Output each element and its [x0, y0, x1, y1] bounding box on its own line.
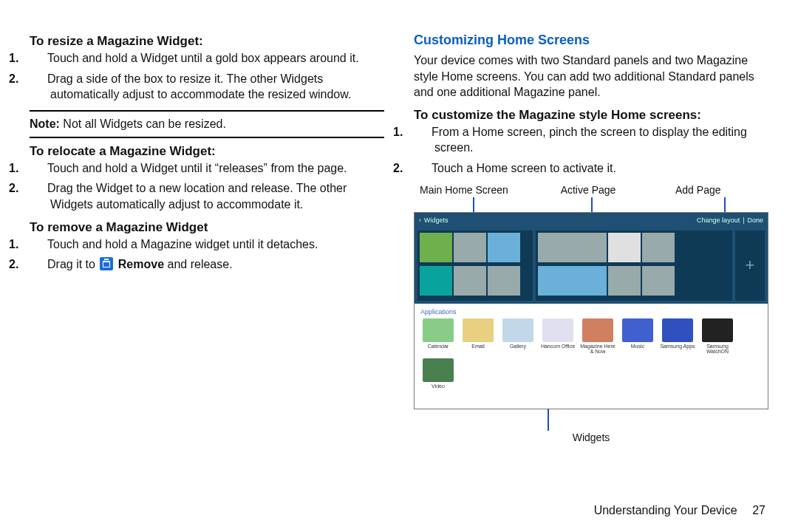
remove-label: Remove: [118, 258, 164, 270]
app-item: Magazine Here & Now: [580, 318, 615, 354]
tile: [454, 266, 486, 296]
callout-widgets: Widgets: [414, 432, 768, 443]
app-item: Hancom Office: [540, 318, 576, 354]
tile: [538, 266, 607, 296]
panel-row: +: [415, 228, 768, 304]
app-item: Calendar: [420, 318, 456, 354]
topbar-title: Widgets: [424, 216, 449, 224]
app-item: Email: [460, 318, 496, 354]
tile: [420, 266, 452, 296]
intro-text: Your device comes with two Standard pane…: [414, 52, 768, 100]
app-icon: [423, 318, 454, 342]
app-icon: [622, 318, 653, 342]
app-icon: [542, 318, 573, 342]
list-text: Drag the Widget to a new location and re…: [47, 182, 347, 211]
apps-area: Applications Calendar Email Gallery Hanc…: [415, 304, 768, 393]
tile: [608, 266, 641, 296]
device-screenshot: ‹ Widgets Change layout | Done: [414, 212, 768, 409]
list-item: 1.From a Home screen, pinch the screen t…: [414, 124, 768, 156]
app-label: Gallery: [510, 344, 526, 349]
heading-remove: To remove a Magazine Widget: [30, 220, 384, 235]
footer-section: Understanding Your Device: [594, 504, 737, 516]
back-icon: ‹: [419, 216, 421, 224]
list-item: 2.Drag a side of the box to resize it. T…: [30, 71, 384, 103]
tile: [642, 233, 675, 262]
list-text: From a Home screen, pinch the screen to …: [432, 126, 747, 154]
tile: [420, 233, 452, 262]
divider: [30, 110, 384, 112]
device-topbar: ‹ Widgets Change layout | Done: [415, 213, 768, 228]
page-footer: Understanding Your Device 27: [594, 504, 765, 517]
list-item: 2.Drag it to Remove and release.: [30, 256, 384, 273]
tile: [538, 233, 607, 262]
app-icon: [582, 318, 613, 342]
note-text: Not all Widgets can be resized.: [60, 117, 226, 130]
list-item: 2.Touch a Home screen to activate it.: [414, 160, 768, 177]
list-text: Touch and hold a Magazine widget until i…: [47, 238, 318, 250]
panel-active: [536, 231, 732, 301]
app-label: Samsung Apps: [660, 344, 695, 349]
app-icon: [423, 358, 454, 382]
app-label: Music: [631, 344, 644, 349]
apps-heading: Applications: [420, 308, 762, 316]
tile: [608, 233, 641, 262]
heading-resize: To resize a Magazine Widget:: [30, 34, 384, 49]
list-remove: 1.Touch and hold a Magazine widget until…: [30, 236, 384, 273]
app-icon: [463, 318, 494, 342]
app-label: Calendar: [428, 344, 449, 349]
list-resize: 1.Touch and hold a Widget until a gold b…: [30, 50, 384, 103]
trash-icon: [100, 257, 113, 270]
list-item: 2.Drag the Widget to a new location and …: [30, 180, 384, 212]
tile: [642, 266, 675, 296]
topbar-done: Done: [747, 216, 763, 224]
app-icon: [502, 318, 533, 342]
footer-page-number: 27: [740, 504, 765, 517]
app-item: Gallery: [500, 318, 536, 354]
panel-add: +: [735, 231, 765, 301]
plus-icon: +: [746, 256, 755, 275]
app-label: Hancom Office: [541, 344, 575, 349]
app-label: Samsung WatchON: [700, 344, 735, 354]
heading-customizing: Customizing Home Screens: [414, 33, 768, 48]
app-item: Video: [420, 358, 456, 389]
list-text: Touch and hold a Widget until it “releas…: [47, 162, 347, 174]
heading-relocate: To relocate a Magazine Widget:: [30, 144, 384, 159]
list-relocate: 1.Touch and hold a Widget until it “rele…: [30, 160, 384, 213]
note: Note: Not all Widgets can be resized.: [30, 117, 384, 131]
list-item: 1.Touch and hold a Widget until it “rele…: [30, 160, 384, 177]
app-item: Samsung Apps: [660, 318, 695, 354]
app-label: Video: [432, 383, 445, 389]
divider: [30, 137, 384, 138]
list-item: 1.Touch and hold a Widget until a gold b…: [30, 50, 384, 66]
panel-main-home: [417, 231, 533, 301]
app-label: Magazine Here & Now: [580, 344, 615, 354]
tile: [488, 233, 520, 262]
heading-customize-steps: To customize the Magazine style Home scr…: [414, 108, 768, 123]
divider: |: [743, 216, 744, 224]
list-text: Touch and hold a Widget until a gold box…: [47, 52, 359, 64]
callout-main-home: Main Home Screen: [420, 184, 531, 196]
list-text-post: and release.: [164, 258, 233, 270]
app-item: Music: [620, 318, 655, 354]
leader-line: [548, 409, 549, 431]
list-customize: 1.From a Home screen, pinch the screen t…: [414, 124, 768, 177]
tile: [488, 266, 520, 296]
callout-active-page: Active Page: [536, 184, 640, 196]
app-icon: [702, 318, 733, 342]
app-item: Samsung WatchON: [700, 318, 735, 354]
app-label: Email: [471, 344, 485, 349]
diagram: Main Home Screen Active Page Add Page ‹ …: [414, 184, 768, 443]
list-item: 1.Touch and hold a Magazine widget until…: [30, 236, 384, 253]
list-text: Touch a Home screen to activate it.: [432, 162, 616, 174]
topbar-change-layout: Change layout: [697, 216, 740, 224]
list-text-pre: Drag it to: [47, 258, 98, 270]
callout-add-page: Add Page: [646, 184, 768, 196]
app-icon: [662, 318, 693, 342]
list-text: Drag a side of the box to resize it. The…: [47, 72, 351, 101]
note-label: Note:: [30, 117, 60, 130]
tile: [454, 233, 486, 262]
